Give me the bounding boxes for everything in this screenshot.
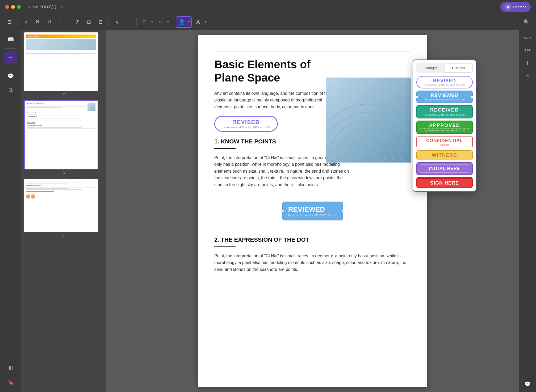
stamp-reviewed-title: REVIEWED — [424, 93, 464, 98]
titlebar-right: U Upgrade — [500, 2, 531, 12]
pdf-stamp-reviewed[interactable]: REVIEWED By superace at Nov 16, 2022 at … — [282, 202, 343, 220]
avatar: U — [505, 4, 511, 10]
stamp-item-witness[interactable]: WITNESS — [416, 150, 473, 160]
thumb-line — [26, 53, 96, 54]
stamp-approved-title: APPROVED — [420, 123, 469, 128]
stamp-item-initial-here[interactable]: INITIAL HERE — [416, 162, 473, 175]
thumb-line — [27, 121, 82, 121]
signature-tool-arrow[interactable]: ▼ — [203, 17, 208, 27]
pdf-title: Basic Elements of Plane Space — [214, 58, 331, 85]
text-tool[interactable]: T — [72, 17, 82, 27]
thumbnail-2[interactable]: Geometric Philosophy 2 — [24, 32, 104, 96]
sidebar-icon-comment[interactable]: 💬 — [4, 70, 17, 82]
stamp-confidential-display: CONFIDENTIAL superace — [416, 136, 473, 148]
stamp-tool-arrow[interactable]: ▼ — [187, 17, 191, 27]
color-tool[interactable]: ○ — [155, 17, 166, 27]
thumb-title-2: Geometric Philosophy — [26, 35, 96, 38]
sidebar-separator-2 — [5, 67, 16, 67]
pdf-hero-image — [326, 78, 411, 163]
mail-tool[interactable]: ✉ — [522, 70, 533, 82]
stamp-dot-left — [416, 96, 418, 98]
stamp-item-approved[interactable]: APPROVED By superace at Nov 16, 2022 at … — [416, 121, 473, 134]
stamp-dot-right — [341, 210, 344, 212]
pdf-export-tool[interactable]: PDF — [522, 45, 533, 56]
stamp-revised-title: REVISED — [221, 119, 271, 126]
thumb-line — [26, 51, 82, 52]
stamp-panel-tabs: Stamps Custom — [416, 63, 473, 73]
tab-stamps[interactable]: Stamps — [417, 64, 445, 72]
sidebar-icon-annotate[interactable]: ✒ — [4, 51, 17, 64]
thumb-line — [27, 119, 95, 120]
pdf-area[interactable]: Basic Elements of Plane Space Any art co… — [106, 30, 519, 392]
thumb-line — [27, 128, 95, 129]
stamp-confidential-title: CONFIDENTIAL — [420, 138, 469, 143]
add-tab-button[interactable]: + — [69, 4, 73, 10]
thumb-content-4: 3. THE COMPOSITION OF POINTS String — [24, 179, 98, 201]
thumb-line — [27, 107, 62, 108]
export-tool[interactable]: ⬆ — [522, 57, 533, 69]
sidebar-icon-layers2[interactable]: ◧ — [4, 361, 17, 374]
thumb-lines-3c — [27, 127, 95, 129]
stamp-dot-right — [471, 96, 473, 98]
thumbnail-4[interactable]: 3. THE COMPOSITION OF POINTS String — [24, 179, 104, 237]
search-tool[interactable]: 🔍 — [521, 17, 532, 27]
rectangle-tool-arrow[interactable]: ▼ — [150, 17, 154, 27]
stamp-item-reviewed[interactable]: REVIEWED By superace at Nov 16, 2022 at … — [416, 91, 473, 103]
stamp-item-revised[interactable]: REVISED By superace at Nov 16, 2022 at 1… — [416, 76, 473, 88]
thumb-line — [26, 188, 96, 188]
underline-tool[interactable]: U — [44, 17, 55, 27]
maximize-button[interactable] — [17, 5, 21, 9]
textbox-tool[interactable]: ⊡ — [83, 17, 94, 27]
pdf-section2-body: Point, the interpretation of "Ci Hai" is… — [214, 253, 411, 273]
thumbnail-3[interactable]: Basic Elements of Plane Space REVISED By… — [24, 100, 104, 175]
comment-tool[interactable]: ☰ — [4, 17, 15, 27]
chat-tool[interactable]: 💬 — [522, 378, 533, 390]
upgrade-button[interactable]: U Upgrade — [500, 2, 531, 12]
stamp-panel: Stamps Custom REVISED By superace at Nov… — [413, 59, 476, 192]
thumb-line — [27, 118, 82, 119]
stamp-item-sign-here[interactable]: SIGN HERE — [416, 177, 473, 188]
ocr-tool[interactable]: OCR — [522, 32, 533, 44]
pdf-section2-divider — [214, 246, 236, 247]
thumb-line — [27, 106, 74, 106]
sidebar-icon-bookmark[interactable]: 🔖 — [4, 376, 17, 389]
stamp-revised-display: REVISED By superace at Nov 16, 2022 at 1… — [416, 76, 473, 88]
highlight-tool[interactable]: ∧ — [20, 17, 31, 27]
thumb-line — [27, 106, 86, 107]
stamp-tool[interactable]: 👤 — [176, 17, 187, 27]
note-tool[interactable]: ☰ — [95, 17, 106, 27]
stamp-item-confidential[interactable]: CONFIDENTIAL superace — [416, 136, 473, 148]
strikethrough-tool[interactable]: S — [32, 17, 43, 27]
stamp-tool-group: 👤 ▼ — [176, 16, 192, 28]
sidebar-icon-layers[interactable]: ⧉ — [4, 83, 17, 96]
stamp-reviewed-display: REVIEWED By superace at Nov 16, 2022 at … — [416, 91, 473, 103]
thumb-line — [26, 189, 82, 190]
pencil-tool[interactable]: ∧ — [111, 17, 122, 27]
stamp-witness-display: WITNESS — [416, 150, 473, 160]
stamp-sign-title: SIGN HERE — [420, 179, 469, 186]
edit-title-icon[interactable]: ✎ — [60, 5, 64, 9]
stamp-reviewed-sub: By superace at Nov 16, 2022 at 10:59 — [288, 214, 337, 217]
pdf-stamp-revised[interactable]: REVISED By superace at Nov 16, 2022 at 1… — [214, 116, 278, 132]
color-tool-arrow[interactable]: ▼ — [166, 17, 170, 27]
tab-custom[interactable]: Custom — [445, 64, 472, 72]
stamp-item-received[interactable]: RECEIVED By superace at Nov 16, 2022 at … — [416, 105, 473, 118]
thumb-image-2 — [26, 39, 96, 50]
thumb-line — [26, 182, 82, 182]
stamp-reviewed-sub: By superace at Nov 16, 2022 at 10:59 — [424, 98, 464, 101]
sidebar-icon-reader[interactable]: 📖 — [4, 33, 17, 46]
minimize-button[interactable] — [11, 5, 15, 9]
rectangle-tool[interactable]: □ — [139, 17, 150, 27]
thumb-lines-3b — [27, 118, 95, 121]
signature-tool[interactable]: A — [193, 17, 203, 27]
main-area: 📖 ✒ 💬 ⧉ ◧ 🔖 Geometric Philosophy — [0, 30, 536, 392]
pdf-body-1: Any art contains its own language, and t… — [214, 90, 331, 110]
stamp-received-title: RECEIVED — [420, 107, 469, 113]
separator-3 — [108, 18, 109, 26]
stamp-confidential-sub: superace — [420, 143, 469, 146]
typewriter-tool[interactable]: T — [56, 17, 66, 27]
close-button[interactable] — [5, 5, 9, 9]
shape-tool[interactable]: ⌒ — [123, 17, 134, 27]
thumb-lines-2 — [26, 51, 96, 56]
stamp-list: REVISED By superace at Nov 16, 2022 at 1… — [416, 76, 473, 188]
